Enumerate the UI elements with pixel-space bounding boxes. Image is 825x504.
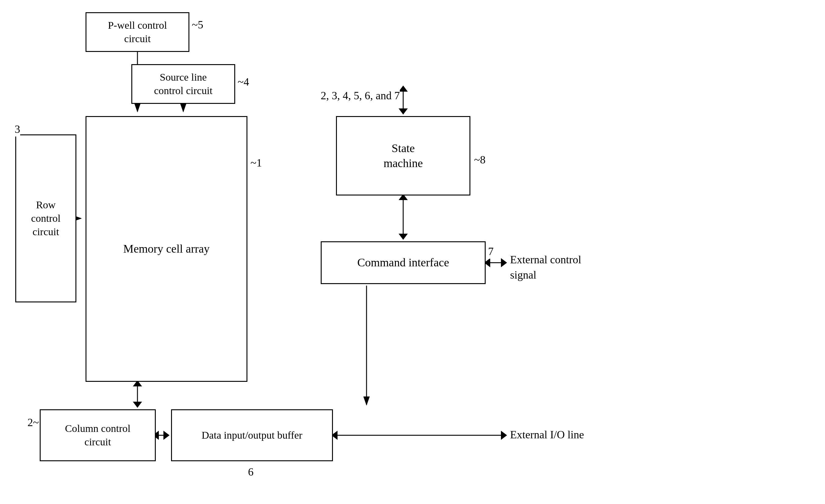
ref8-label: ~8 bbox=[474, 153, 485, 167]
svg-marker-22 bbox=[501, 258, 507, 267]
ref2-label: 2~ bbox=[27, 415, 39, 430]
ref6-label: 6 bbox=[248, 465, 253, 479]
ref4-label: ~4 bbox=[238, 75, 249, 89]
external-numbers-label: 2, 3, 4, 5, 6, and 7 bbox=[321, 89, 400, 103]
row-box: Rowcontrolcircuit bbox=[15, 134, 76, 302]
external-io-label: External I/O line bbox=[510, 428, 584, 442]
databuffer-box: Data input/output buffer bbox=[171, 409, 333, 461]
command-box: Command interface bbox=[321, 241, 485, 284]
memory-box: Memory cell array bbox=[85, 116, 247, 382]
svg-marker-9 bbox=[133, 402, 142, 408]
ref7-label: 7 bbox=[488, 244, 494, 259]
ref3-label: 3 bbox=[15, 122, 20, 137]
ref1-label: ~1 bbox=[250, 156, 262, 170]
pwell-box: P-well controlcircuit bbox=[85, 12, 190, 52]
svg-marker-14 bbox=[398, 85, 408, 92]
svg-marker-15 bbox=[398, 109, 408, 115]
statemachine-box: Statemachine bbox=[336, 116, 470, 196]
ref5-label: ~5 bbox=[192, 18, 203, 32]
svg-marker-25 bbox=[501, 431, 507, 440]
sourceline-box: Source linecontrol circuit bbox=[131, 64, 235, 104]
svg-marker-18 bbox=[398, 234, 408, 240]
svg-marker-12 bbox=[163, 431, 169, 440]
external-control-label: External controlsignal bbox=[510, 252, 581, 283]
column-box: Column controlcircuit bbox=[40, 409, 156, 461]
